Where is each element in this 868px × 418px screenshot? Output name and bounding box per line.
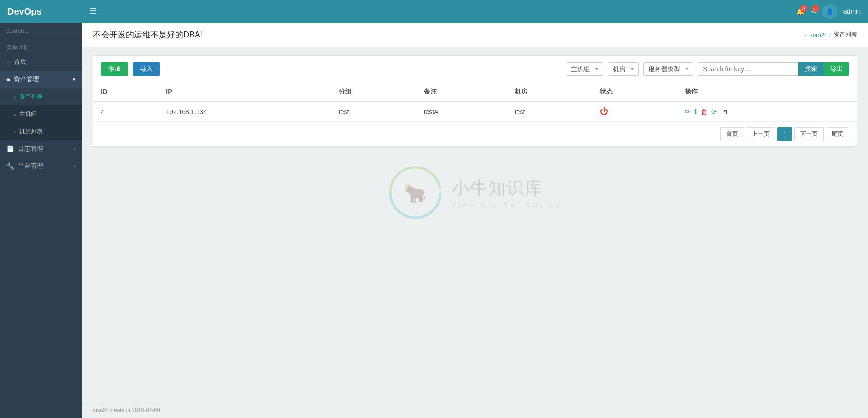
first-page-button[interactable]: 首页: [720, 127, 744, 141]
delete-icon[interactable]: 🗑: [701, 108, 708, 115]
platform-icon: 🔧: [6, 162, 14, 170]
breadcrumb-chevron: »: [804, 31, 807, 38]
content-area: 添加 导入 主机组 机房 服务器类型 搜索 导出: [82, 47, 868, 402]
sidebar-item-log-label: 日志管理: [18, 145, 43, 153]
breadcrumb-current: 资产列表: [833, 31, 857, 39]
svg-text:🐂: 🐂: [404, 182, 427, 204]
chevron-down-icon: ▾: [73, 77, 76, 83]
col-status: 状态: [593, 82, 678, 102]
username-label[interactable]: admin: [843, 8, 861, 15]
cell-status: ⏻: [593, 102, 678, 121]
search-input[interactable]: [5, 27, 82, 34]
watermark-text-group: 小牛知识库 XIAO NIU ZHI SHI KU: [452, 177, 563, 209]
watermark-area: 🐂 小牛知识库 XIAO NIU ZHI SHI KU: [93, 147, 857, 238]
log-icon: 📄: [6, 145, 14, 152]
watermark-content: 🐂 小牛知识库 XIAO NIU ZHI SHI KU: [388, 165, 563, 220]
table-header-row: ID IP 分组 备注 机房 状态 操作: [93, 82, 857, 102]
app-logo: DevOps: [7, 6, 89, 17]
sidebar-item-platform[interactable]: 🔧 平台管理 ‹: [0, 157, 82, 175]
terminal-icon[interactable]: 🖥: [721, 108, 728, 115]
footer: xiao2r create in 2019-07-09: [82, 402, 868, 418]
info-icon[interactable]: ℹ: [694, 108, 697, 116]
col-note: 备注: [417, 82, 507, 102]
footer-text: xiao2r create in 2019-07-09: [93, 407, 160, 413]
bell-button[interactable]: 🔔 0: [796, 8, 804, 15]
toolbar: 添加 导入 主机组 机房 服务器类型 搜索 导出: [93, 55, 857, 82]
col-room: 机房: [507, 82, 593, 102]
cell-room: test: [507, 102, 593, 121]
sidebar-item-asset-list[interactable]: › 资产列表: [0, 88, 82, 105]
breadcrumb: » xiao2r / 资产列表: [804, 31, 857, 39]
watermark-sub-text: XIAO NIU ZHI SHI KU: [452, 202, 563, 209]
chevron-right-icon: ‹: [74, 163, 76, 169]
cell-ip: 192.168.1.134: [159, 102, 331, 121]
chevron-right-icon: ›: [14, 94, 16, 100]
asset-submenu: › 资产列表 › 主机组 › 机房列表: [0, 88, 82, 140]
avatar[interactable]: 👤: [822, 4, 837, 19]
cell-action: ✏ ℹ 🗑 ⟳ 🖥: [677, 102, 857, 121]
col-id: ID: [93, 82, 159, 102]
asset-table: ID IP 分组 备注 机房 状态 操作 4 192.168.1.134 tes…: [93, 82, 857, 121]
asset-icon: ≡: [6, 76, 10, 83]
sidebar-item-log[interactable]: 📄 日志管理 ‹: [0, 140, 82, 157]
edit-icon[interactable]: ✏: [685, 108, 691, 116]
sidebar-item-asset-label: 资产管理: [14, 75, 39, 84]
cell-group: test: [331, 102, 417, 121]
sidebar-item-platform-label: 平台管理: [18, 162, 43, 170]
search-button[interactable]: 搜索: [798, 62, 824, 76]
sidebar: 🔍 菜单导航 ⌂ 首页 ≡ 资产管理 ▾ › 资产列表 › 主机组 › 机房列表: [0, 23, 82, 418]
room-filter[interactable]: 机房: [608, 62, 639, 76]
chevron-right-icon: ›: [14, 128, 16, 135]
watermark-main-text: 小牛知识库: [452, 177, 563, 200]
breadcrumb-sep: /: [829, 31, 831, 38]
server-type-filter[interactable]: 服务器类型: [643, 62, 693, 76]
breadcrumb-bar: 不会开发的运维不是好的DBA! » xiao2r / 资产列表: [82, 23, 868, 47]
search-group: 搜索 导出: [698, 62, 849, 76]
asset-list-label: 资产列表: [19, 93, 43, 101]
pagination: 首页 上一页 1 下一页 尾页: [93, 121, 857, 146]
room-list-label: 机房列表: [19, 127, 43, 136]
sidebar-item-host-group[interactable]: › 主机组: [0, 105, 82, 123]
sidebar-search-container: 🔍: [0, 23, 82, 39]
import-button[interactable]: 导入: [133, 62, 160, 76]
main-layout: 🔍 菜单导航 ⌂ 首页 ≡ 资产管理 ▾ › 资产列表 › 主机组 › 机房列表: [0, 23, 868, 418]
cell-id: 4: [93, 102, 159, 121]
host-group-filter[interactable]: 主机组: [566, 62, 603, 76]
search-key-input[interactable]: [698, 62, 798, 76]
avatar-icon: 👤: [826, 8, 833, 15]
current-page-button[interactable]: 1: [777, 127, 792, 141]
sidebar-item-home-label: 首页: [14, 58, 26, 66]
last-page-button[interactable]: 尾页: [826, 127, 849, 141]
cell-note: testA: [417, 102, 507, 121]
page-title: 不会开发的运维不是好的DBA!: [93, 29, 202, 40]
col-group: 分组: [331, 82, 417, 102]
col-ip: IP: [159, 82, 331, 102]
breadcrumb-home-link[interactable]: xiao2r: [810, 31, 826, 38]
host-group-label: 主机组: [19, 110, 37, 118]
watermark-logo-svg: 🐂: [388, 165, 443, 220]
sidebar-section-label: 菜单导航: [0, 39, 82, 53]
main-content: 不会开发的运维不是好的DBA! » xiao2r / 资产列表 添加 导入 主机…: [82, 23, 868, 418]
add-button[interactable]: 添加: [101, 62, 128, 76]
chevron-right-icon: ›: [14, 111, 16, 118]
mail-badge: 0: [812, 5, 819, 12]
table-container: ID IP 分组 备注 机房 状态 操作 4 192.168.1.134 tes…: [93, 82, 857, 147]
sidebar-item-room-list[interactable]: › 机房列表: [0, 123, 82, 140]
power-icon: ⏻: [600, 107, 608, 116]
prev-page-button[interactable]: 上一页: [746, 127, 775, 141]
bell-badge: 0: [800, 5, 807, 12]
refresh-icon[interactable]: ⟳: [711, 108, 717, 116]
chevron-right-icon: ‹: [74, 146, 76, 152]
hamburger-icon[interactable]: ☰: [89, 6, 97, 16]
topnav: DevOps ☰ 🔔 0 ✉ 0 👤 admin: [0, 0, 868, 23]
sidebar-item-asset[interactable]: ≡ 资产管理 ▾: [0, 71, 82, 88]
mail-button[interactable]: ✉ 0: [811, 8, 816, 15]
topnav-right: 🔔 0 ✉ 0 👤 admin: [796, 4, 861, 19]
col-action: 操作: [677, 82, 857, 102]
sidebar-item-home[interactable]: ⌂ 首页: [0, 53, 82, 71]
export-button[interactable]: 导出: [824, 62, 849, 76]
table-row: 4 192.168.1.134 test testA test ⏻ ✏ ℹ 🗑 …: [93, 102, 857, 121]
next-page-button[interactable]: 下一页: [794, 127, 824, 141]
action-icons: ✏ ℹ 🗑 ⟳ 🖥: [685, 108, 849, 116]
home-icon: ⌂: [6, 58, 10, 66]
